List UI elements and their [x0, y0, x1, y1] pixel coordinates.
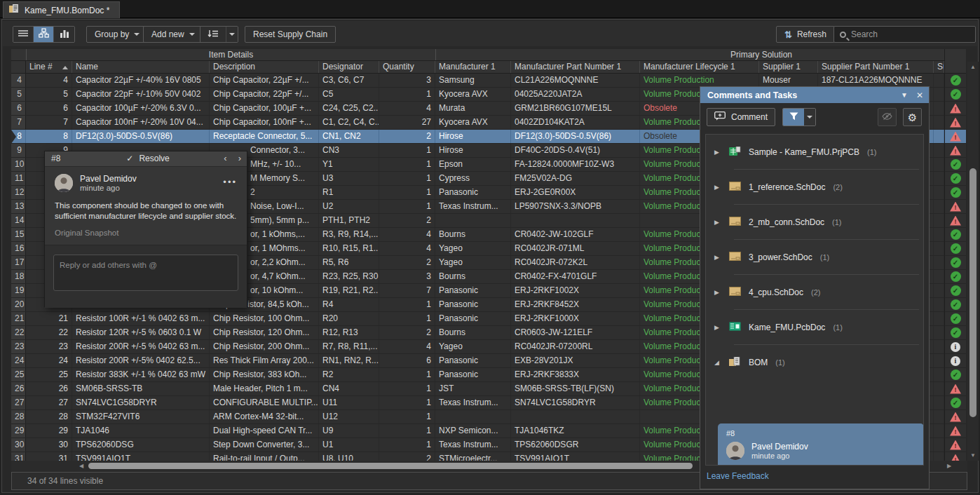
status-cell[interactable]: !	[945, 410, 966, 424]
search-box[interactable]	[833, 26, 976, 43]
group-by-label: Group by	[95, 29, 129, 39]
leave-feedback-link[interactable]: Leave Feedback	[707, 471, 769, 481]
column-header-desc[interactable]: Description	[210, 61, 319, 73]
tree-collapsed-icon[interactable]: ▶	[714, 184, 721, 191]
status-cell[interactable]: ✓	[945, 326, 966, 340]
previous-comment-icon[interactable]: ‹	[224, 153, 226, 163]
panel-menu-icon[interactable]: ▼	[901, 91, 908, 99]
reset-supply-chain-button[interactable]: Reset Supply Chain	[245, 26, 336, 43]
tree-item-3-power-schdoc[interactable]: ▶3_power.SchDoc(1)	[706, 247, 923, 268]
status-cell[interactable]: ✓	[945, 298, 966, 312]
status-cell[interactable]: ✓	[945, 396, 966, 410]
status-cell[interactable]: !	[945, 200, 966, 214]
scroll-up-icon[interactable]: ▲	[967, 64, 979, 70]
scroll-left-icon[interactable]: ◀	[76, 463, 87, 469]
group-by-button[interactable]: Group by	[86, 26, 148, 43]
flat-list-view-button[interactable]	[13, 27, 34, 42]
tree-item-4-cpu-schdoc[interactable]: ▶4_cpu.SchDoc(2)	[706, 282, 923, 303]
close-icon[interactable]: ✕	[916, 90, 923, 100]
grouped-view-button[interactable]	[34, 27, 54, 42]
status-cell[interactable]: i	[945, 340, 966, 354]
status-cell[interactable]: !	[945, 102, 966, 116]
cell-su	[934, 284, 944, 297]
tree-expanded-icon[interactable]: ◢	[714, 359, 721, 366]
status-cell[interactable]: !	[945, 382, 966, 396]
status-cell[interactable]: ✓	[945, 312, 966, 326]
column-header-supplier[interactable]: Supplier 1	[759, 61, 818, 73]
sort-options-button[interactable]	[226, 27, 238, 42]
hide-comments-button[interactable]	[878, 108, 897, 126]
tree-collapsed-icon[interactable]: ▶	[714, 149, 721, 156]
column-header-spn[interactable]: Supplier Part Number 1	[818, 61, 934, 73]
new-comment-button[interactable]: Comment	[707, 108, 775, 126]
refresh-button[interactable]: ⇅ Refresh	[776, 26, 835, 43]
more-options-icon[interactable]: •••	[223, 177, 237, 187]
tree-item-1-reference-schdoc[interactable]: ▶1_reference.SchDoc(2)	[706, 177, 923, 198]
horizontal-scrollbar-thumb[interactable]	[88, 463, 693, 469]
tree-item-kame-fmu-pcbdoc[interactable]: ▶Kame_FMU.PcbDoc(1)	[706, 317, 923, 338]
status-cell[interactable]: !	[945, 130, 966, 144]
status-cell[interactable]: ✓	[945, 242, 966, 256]
search-input[interactable]	[851, 29, 963, 39]
column-header-qty[interactable]: Quantity	[379, 61, 435, 73]
column-header-name[interactable]: Name	[72, 61, 210, 73]
status-cell[interactable]: ✓	[945, 270, 966, 284]
status-cell[interactable]: !	[945, 116, 966, 130]
table-row[interactable]: 44Capacitor 22µF +/-40% 16V 0805Chip Cap…	[11, 74, 944, 88]
column-header-mfr[interactable]: Manufacturer 1	[435, 61, 511, 73]
cell-desc: Receptacle Connector, 5...	[210, 130, 319, 143]
add-new-button[interactable]: Add new	[143, 26, 203, 43]
reply-box[interactable]	[53, 255, 238, 291]
status-cell[interactable]: i	[945, 354, 966, 368]
reply-input[interactable]	[54, 255, 238, 275]
cell-mpn: RC0402JR-072K2L	[511, 256, 640, 269]
column-header-mpn[interactable]: Manufacturer Part Number 1	[511, 61, 640, 73]
status-cell[interactable]: ✓	[945, 228, 966, 242]
status-cell[interactable]: !	[945, 214, 966, 228]
panel-settings-button[interactable]: ⚙	[903, 108, 922, 126]
column-header-su[interactable]: Su	[934, 61, 944, 73]
tree-collapsed-icon[interactable]: ▶	[714, 289, 721, 296]
status-cell[interactable]: !	[945, 144, 966, 158]
status-cell[interactable]: ✓	[945, 186, 966, 200]
status-cell[interactable]: !	[945, 424, 966, 438]
next-comment-icon[interactable]: ›	[238, 153, 241, 163]
column-header-line[interactable]: Line #	[26, 61, 72, 73]
status-cell[interactable]: ✓	[945, 368, 966, 382]
status-cell[interactable]: ✓	[945, 88, 966, 102]
filter-button[interactable]	[783, 109, 804, 126]
status-cell[interactable]: ✓	[945, 284, 966, 298]
status-cell[interactable]: !	[945, 438, 966, 452]
scroll-down-icon[interactable]: ▼	[967, 452, 979, 459]
refresh-label: Refresh	[797, 29, 826, 39]
tree-item-bom[interactable]: ◢BOM(1)	[706, 352, 923, 373]
cell-desig: U11	[319, 396, 379, 409]
comments-and-tasks-panel: Comments and Tasks ▼ ✕ Comment ⚙ ▶Sample…	[700, 86, 930, 489]
tree-item-2-mb-conn-schdoc[interactable]: ▶2_mb_conn.SchDoc(1)	[706, 212, 923, 233]
status-cell[interactable]: ✓	[945, 256, 966, 270]
status-cell[interactable]: ✓	[945, 172, 966, 186]
column-header-lifecycle[interactable]: Manufacturer Lifecycle 1	[640, 61, 759, 73]
panel-title-bar[interactable]: Comments and Tasks ▼ ✕	[700, 87, 929, 103]
tree-collapsed-icon[interactable]: ▶	[714, 219, 721, 226]
tree-collapsed-icon[interactable]: ▶	[714, 324, 721, 331]
vertical-scrollbar-thumb[interactable]	[969, 168, 976, 417]
comment-card[interactable]: #8 Pavel Demidov minute ago This compone…	[718, 423, 924, 466]
status-cell[interactable]: ✓	[945, 158, 966, 172]
tree-collapsed-icon[interactable]: ▶	[714, 254, 721, 261]
cell-mfr: Hirose	[435, 144, 511, 157]
cell-gutter: 29	[11, 424, 26, 438]
status-cell[interactable]: !	[945, 452, 966, 461]
document-tab[interactable]: Kame_FMU.BomDoc *	[3, 1, 120, 18]
scroll-right-icon[interactable]: ▶	[944, 463, 955, 469]
column-header-desig[interactable]: Designator	[319, 61, 379, 73]
sort-button[interactable]	[200, 27, 226, 42]
cell-mfr: Texas Instrum...	[435, 200, 511, 213]
filter-options-button[interactable]	[804, 109, 815, 126]
tree-item-sample-kame-fmu-prjpcb[interactable]: ▶Sample - Kame_FMU.PrjPCB(1)	[706, 142, 923, 163]
vertical-scrollbar[interactable]: ▲ ▼	[967, 62, 979, 461]
chart-view-button[interactable]	[54, 27, 74, 42]
original-snapshot-link[interactable]: Original Snapshot	[55, 229, 118, 237]
status-cell[interactable]: ✓	[945, 74, 966, 88]
resolve-button[interactable]: ✓ Resolve	[126, 154, 169, 163]
